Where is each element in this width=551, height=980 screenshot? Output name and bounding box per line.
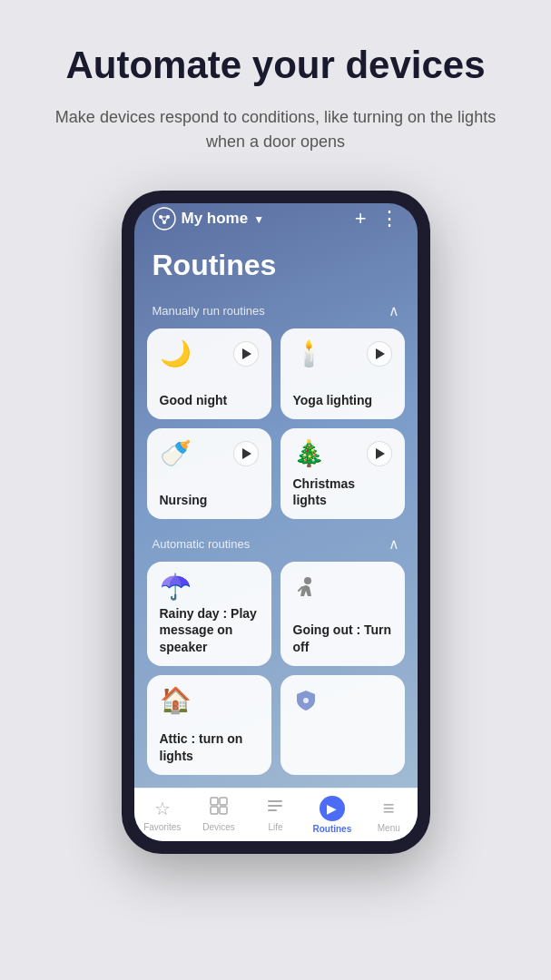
play-triangle-icon	[242, 448, 251, 459]
good-night-play-button[interactable]	[233, 341, 259, 367]
routine-card-yoga-lighting[interactable]: 🕯️ Yoga lighting	[280, 328, 405, 419]
favorites-nav-label: Favorites	[143, 822, 181, 832]
play-triangle-icon	[242, 348, 251, 359]
dropdown-icon: ▼	[253, 213, 264, 226]
devices-nav-label: Devices	[202, 822, 235, 832]
rainy-day-label: Rainy day : Play message on speaker	[160, 605, 259, 655]
life-icon	[266, 797, 284, 819]
manual-section-label: Manually run routines	[153, 304, 265, 318]
svg-line-5	[164, 217, 168, 222]
svg-line-4	[161, 217, 164, 222]
manual-chevron-icon[interactable]: ∧	[389, 302, 399, 319]
nav-item-devices[interactable]: Devices	[195, 797, 242, 832]
menu-icon: ≡	[383, 797, 395, 820]
manual-cards-grid: 🌙 Good night 🕯️ Yoga lighting	[134, 328, 418, 528]
svg-rect-12	[220, 807, 227, 814]
good-night-label: Good night	[160, 392, 259, 408]
going-out-label: Going out : Turn off	[293, 622, 392, 654]
play-triangle-icon	[376, 448, 385, 459]
svg-point-7	[304, 577, 311, 584]
going-out-icon	[293, 574, 319, 603]
top-actions: + ⋮	[355, 207, 399, 230]
hero-section: Automate your devices Make devices respo…	[0, 0, 551, 181]
home-network-icon	[153, 207, 176, 230]
card-top-row: 🕯️	[293, 341, 392, 367]
auto-section-label: Automatic routines	[153, 537, 251, 551]
bottom-navigation: ☆ Favorites Devices	[134, 788, 418, 841]
auto-section-header: Automatic routines ∧	[134, 532, 418, 562]
routine-card-going-out[interactable]: Going out : Turn off	[280, 562, 405, 666]
christmas-lights-label: Christmas lights	[293, 475, 392, 508]
play-triangle-icon	[376, 348, 385, 359]
nursing-play-button[interactable]	[233, 441, 259, 466]
nav-item-life[interactable]: Life	[251, 797, 299, 832]
yoga-lighting-label: Yoga lighting	[293, 392, 392, 408]
hero-subtitle: Make devices respond to conditions, like…	[36, 105, 515, 154]
life-nav-label: Life	[268, 822, 282, 832]
svg-point-0	[153, 208, 175, 230]
auto-routines-section: Automatic routines ∧ ☂️ Rainy day : Play…	[134, 532, 418, 784]
home-selector[interactable]: My home ▼	[153, 207, 265, 230]
card-top-row: 🏠	[160, 688, 259, 713]
card-top-row: 🍼	[160, 441, 259, 466]
nav-item-menu[interactable]: ≡ Menu	[365, 797, 412, 833]
manual-routines-section: Manually run routines ∧ 🌙 Good night 🕯️	[134, 299, 418, 528]
card-top-row: ☂️	[160, 574, 259, 600]
christmas-lights-icon: 🎄	[293, 441, 325, 466]
phone-screen: My home ▼ + ⋮ Routines Manually run rout…	[134, 203, 418, 841]
nursing-icon: 🍼	[160, 441, 192, 466]
phone-mockup: My home ▼ + ⋮ Routines Manually run rout…	[122, 191, 430, 854]
rainy-day-icon: ☂️	[160, 574, 192, 600]
routines-title: Routines	[134, 238, 418, 299]
manual-section-header: Manually run routines ∧	[134, 299, 418, 328]
christmas-lights-play-button[interactable]	[367, 441, 392, 466]
routine-card-attic-lights[interactable]: 🏠 Attic : turn on lights	[147, 675, 271, 775]
card-top-row: 🎄	[293, 441, 392, 466]
routine-card-rainy-day[interactable]: ☂️ Rainy day : Play message on speaker	[147, 562, 271, 666]
hero-title: Automate your devices	[36, 44, 515, 87]
svg-rect-9	[211, 798, 218, 805]
routine-card-christmas-lights[interactable]: 🎄 Christmas lights	[280, 428, 405, 519]
nursing-label: Nursing	[160, 492, 259, 508]
card-top-row: 🌙	[160, 341, 259, 367]
routine-card-nursing[interactable]: 🍼 Nursing	[147, 428, 271, 519]
svg-rect-14	[268, 805, 282, 807]
favorites-icon: ☆	[154, 798, 171, 819]
routine-card-security[interactable]	[280, 675, 405, 775]
yoga-lighting-play-button[interactable]	[367, 341, 392, 367]
svg-point-8	[303, 698, 309, 703]
nav-item-routines[interactable]: ▶ Routines	[309, 796, 356, 834]
routines-icon: ▶	[327, 801, 337, 816]
top-bar: My home ▼ + ⋮	[134, 203, 418, 238]
svg-rect-15	[268, 809, 277, 811]
card-top-row	[293, 688, 392, 717]
more-options-button[interactable]: ⋮	[379, 207, 399, 230]
auto-cards-grid: ☂️ Rainy day : Play message on speaker	[134, 562, 418, 784]
nav-item-favorites[interactable]: ☆ Favorites	[139, 798, 186, 832]
devices-icon	[210, 797, 228, 819]
home-name: My home	[182, 210, 249, 228]
auto-chevron-icon[interactable]: ∧	[389, 535, 399, 553]
card-top-row	[293, 574, 392, 603]
routines-nav-label: Routines	[312, 824, 351, 834]
good-night-icon: 🌙	[160, 341, 192, 367]
security-icon	[293, 688, 319, 717]
attic-lights-label: Attic : turn on lights	[160, 730, 259, 763]
add-routine-button[interactable]: +	[355, 207, 367, 230]
attic-icon: 🏠	[160, 688, 192, 713]
svg-rect-13	[268, 800, 282, 802]
svg-rect-10	[220, 798, 227, 805]
svg-rect-11	[211, 807, 218, 814]
yoga-lighting-icon: 🕯️	[293, 341, 325, 367]
routine-card-good-night[interactable]: 🌙 Good night	[147, 328, 271, 419]
menu-nav-label: Menu	[378, 823, 400, 833]
routines-active-indicator: ▶	[320, 796, 345, 821]
